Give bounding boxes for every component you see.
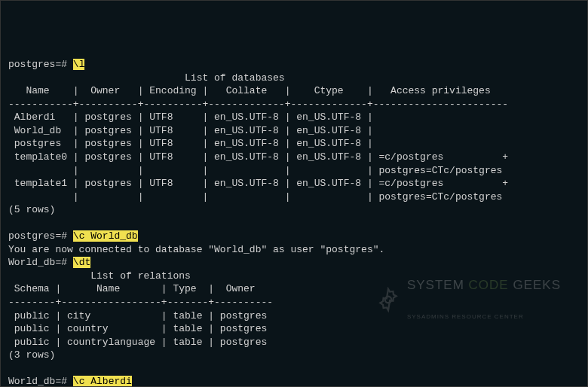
watermark-title-b: CODE (469, 278, 509, 292)
watermark-title-c: GEEKS (513, 278, 561, 292)
prompt-postgres-2: postgres=# (8, 230, 73, 242)
command-connect-worlddb: \c World_db (73, 230, 138, 242)
db-list-header: Name | Owner | Encoding | Collate | Ctyp… (8, 85, 508, 96)
connect-message-1: You are now connected to database "World… (8, 244, 384, 255)
prompt-postgres-1: postgres=# (8, 59, 73, 70)
db-row: template0 | postgres | UTF8 | en_US.UTF-… (8, 151, 508, 163)
rel-row: public | countrylanguage | table | postg… (8, 337, 267, 348)
db-row: template1 | postgres | UTF8 | en_US.UTF-… (8, 178, 508, 189)
command-list-tables: \dt (73, 257, 90, 268)
db-row: | | | | | postgres=CTc/postgres (8, 191, 502, 203)
prompt-worlddb-1: World_db=# (8, 257, 73, 268)
gear-icon (375, 287, 401, 312)
db-row: World_db | postgres | UTF8 | en_US.UTF-8… (8, 125, 378, 136)
db-list-title: List of databases (8, 72, 285, 84)
db-row: | | | | | postgres=CTc/postgres (8, 165, 502, 176)
rel-list-header: Schema | Name | Type | Owner (8, 283, 273, 294)
rel-row: public | country | table | postgres (8, 323, 267, 334)
rel-row-count: (3 rows) (8, 349, 55, 361)
watermark-subtitle: SYSADMINS RESOURCE CENTER (407, 314, 561, 321)
db-row: Alberdi | postgres | UTF8 | en_US.UTF-8 … (8, 111, 378, 123)
watermark-title-a: SYSTEM (407, 278, 464, 292)
command-list-databases: \l (73, 59, 85, 70)
db-row: postgres | postgres | UTF8 | en_US.UTF-8… (8, 138, 378, 149)
prompt-worlddb-2: World_db=# (8, 376, 73, 387)
db-list-divider: -----------+----------+----------+------… (8, 99, 508, 110)
svg-point-0 (385, 296, 392, 303)
command-connect-alberdi: \c Alberdi (73, 376, 132, 387)
rel-row: public | city | table | postgres (8, 310, 267, 321)
db-row-count: (5 rows) (8, 204, 55, 215)
rel-list-title: List of relations (8, 270, 191, 282)
rel-list-divider: --------+-----------------+-------+-----… (8, 297, 273, 308)
watermark: SYSTEM CODE GEEKS SYSADMINS RESOURCE CEN… (375, 257, 561, 342)
